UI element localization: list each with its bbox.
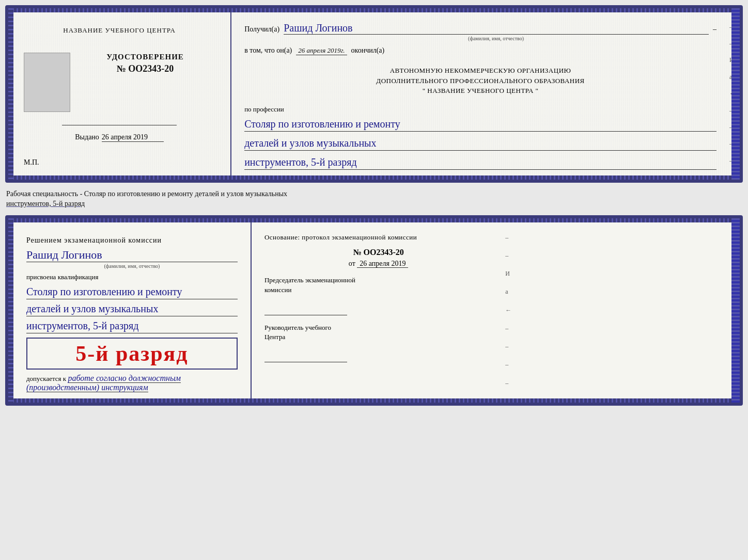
- vydano-line: Выдано 26 апреля 2019: [75, 133, 164, 142]
- right-dashes-col2: – – И а ← – – – –: [505, 218, 516, 403]
- between-line2: инструментов, 5-й разряд: [6, 200, 85, 207]
- fio-sublabel-top: (фамилия, имя, отчество): [275, 36, 716, 41]
- doc-left-panel: НАЗВАНИЕ УЧЕБНОГО ЦЕНТРА УДОСТОВЕРЕНИЕ №…: [8, 8, 231, 180]
- predsedatel-signature-line: [264, 305, 347, 315]
- big-rank-display: 5-й разряд: [26, 338, 238, 370]
- bottom-border-deco2: [8, 398, 740, 403]
- vtom-date: 26 апреля 2019г.: [296, 46, 347, 55]
- okonchil-label: окончил(а): [351, 46, 385, 55]
- fio-sublabel-bottom: (фамилия, имя, отчество): [26, 263, 238, 269]
- ot-date: 26 апреля 2019: [357, 260, 408, 268]
- doc2-left-panel: Решением экзаменационной комиссии Рашид …: [8, 218, 252, 403]
- dopuskaetsya-label: допускается к: [26, 375, 66, 382]
- dash1: –: [713, 25, 716, 34]
- ot-label: от: [349, 260, 355, 267]
- doc-right-panel: Получил(а) Рашид Логинов – (фамилия, имя…: [231, 8, 729, 180]
- dopuskaetsya-value: работе согласно должностным: [68, 374, 181, 383]
- school-title-left: НАЗВАНИЕ УЧЕБНОГО ЦЕНТРА: [24, 26, 215, 35]
- vydano-label: Выдано: [75, 133, 99, 141]
- prisvoena-label: присвоена квалификация: [26, 273, 238, 281]
- org-line1: АВТОНОМНУЮ НЕКОММЕРЧЕСКУЮ ОРГАНИЗАЦИЮ: [244, 66, 716, 76]
- mp-label: М.П.: [24, 153, 39, 169]
- udostoverenie-number: № OO2343-20: [117, 63, 174, 74]
- org-line3: " НАЗВАНИЕ УЧЕБНОГО ЦЕНТРА ": [244, 86, 716, 96]
- centra-label: Центра: [264, 333, 285, 341]
- rukovoditel-block: Руководитель учебного Центра: [264, 323, 492, 362]
- left-spine-deco2: [8, 218, 13, 403]
- left-spine-deco: [8, 8, 13, 180]
- document-card-top: НАЗВАНИЕ УЧЕБНОГО ЦЕНТРА УДОСТОВЕРЕНИЕ №…: [5, 5, 743, 183]
- vtom-line: в том, что он(а) 26 апреля 2019г. окончи…: [244, 46, 716, 55]
- qual-line2: деталей и узлов музыкальных: [26, 301, 238, 316]
- org-block: АВТОНОМНУЮ НЕКОММЕРЧЕСКУЮ ОРГАНИЗАЦИЮ ДО…: [244, 66, 716, 96]
- vydano-date: 26 апреля 2019: [102, 133, 164, 142]
- right-spine-deco: [731, 8, 740, 180]
- predsedatel-label: Председатель экзаменационной: [264, 276, 355, 284]
- dopuskaetsya-line: допускается к работе согласно должностны…: [26, 374, 238, 392]
- recipient-line: Получил(а) Рашид Логинов –: [244, 22, 716, 35]
- photo-placeholder: [24, 53, 70, 112]
- recipient-name: Рашид Логинов: [284, 22, 709, 35]
- doc-right-wrapper: Получил(а) Рашид Логинов – (фамилия, имя…: [231, 8, 740, 180]
- doc2-right-panel: Основание: протокол экзаменационной коми…: [252, 218, 505, 403]
- qual-line1: Столяр по изготовлению и ремонту: [26, 284, 238, 299]
- org-line2: ДОПОЛНИТЕЛЬНОГО ПРОФЕССИОНАЛЬНОГО ОБРАЗО…: [244, 76, 716, 86]
- komissia-header: Решением экзаменационной комиссии: [26, 235, 238, 246]
- udostoverenie-block: УДОСТОВЕРЕНИЕ № OO2343-20: [75, 53, 215, 74]
- komissia-name: Рашид Логинов: [26, 248, 238, 262]
- document-card-bottom: Решением экзаменационной комиссии Рашид …: [5, 215, 743, 406]
- vtom-label: в том, что он(а): [244, 46, 292, 55]
- rukovoditel-label: Руководитель учебного: [264, 324, 331, 331]
- prof-line2: деталей и узлов музыкальных: [244, 136, 716, 151]
- doc2-right-wrapper: Основание: протокол экзаменационной коми…: [252, 218, 740, 403]
- udostoverenie-title: УДОСТОВЕРЕНИЕ: [106, 53, 184, 61]
- between-label: Рабочая специальность - Столяр по изгото…: [5, 187, 743, 211]
- dopuskaetsya-value2: (производственным) инструкциям: [26, 383, 148, 392]
- ot-line: от 26 апреля 2019: [264, 260, 492, 268]
- rukovoditel-signature-line: [264, 352, 347, 362]
- komissii-label: комиссии: [264, 286, 292, 294]
- between-line1: Рабочая специальность - Столяр по изгото…: [6, 190, 287, 198]
- qual-line3: инструментов, 5-й разряд: [26, 318, 238, 333]
- predsedatel-title: Председатель экзаменационной комиссии: [264, 276, 492, 294]
- po-professii-label: по профессии: [244, 105, 716, 114]
- osnovanie-label: Основание: протокол экзаменационной коми…: [264, 232, 492, 243]
- right-spine-deco2: [731, 218, 740, 403]
- page-wrapper: НАЗВАНИЕ УЧЕБНОГО ЦЕНТРА УДОСТОВЕРЕНИЕ №…: [5, 5, 743, 406]
- rukovoditel-title: Руководитель учебного Центра: [264, 323, 492, 342]
- protocol-number: № OO2343-20: [264, 248, 492, 257]
- poluchil-label: Получил(а): [244, 25, 279, 34]
- prof-line1: Столяр по изготовлению и ремонту: [244, 117, 716, 132]
- prof-line3: инструментов, 5-й разряд: [244, 155, 716, 170]
- predsedatel-block: Председатель экзаменационной комиссии: [264, 276, 492, 315]
- top-border-deco2: [8, 218, 740, 222]
